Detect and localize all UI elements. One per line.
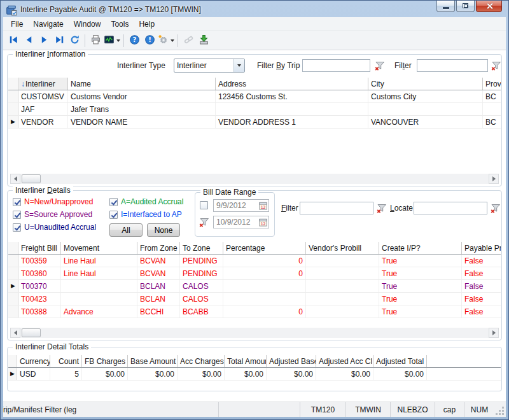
minimize-button[interactable] [436, 1, 455, 12]
all-button[interactable]: All [109, 223, 143, 237]
combo-dropdown-icon[interactable] [234, 59, 244, 72]
locate-funnel-icon[interactable] [490, 203, 502, 214]
previous-record-icon [24, 34, 34, 47]
filter-by-trip-funnel-icon[interactable] [374, 60, 386, 71]
first-record-button[interactable] [6, 33, 21, 48]
column-header-vendor-s-probill[interactable]: Vendor's Probill [306, 242, 379, 254]
column-header-movement[interactable]: Movement [61, 242, 137, 254]
filter-by-trip-input[interactable] [302, 59, 370, 72]
close-button[interactable] [476, 1, 502, 12]
details-filter-funnel-icon[interactable] [376, 203, 388, 214]
dropdown-caret-icon[interactable] [171, 39, 174, 42]
bill-date-funnel-icon[interactable] [199, 217, 211, 228]
column-header-from-zone[interactable]: From Zone [137, 242, 180, 254]
previous-record-button[interactable] [21, 33, 36, 48]
column-header-fb-charges[interactable]: FB Charges [82, 355, 128, 367]
column-header-adjusted-acc-cl[interactable]: Adjusted Acc Cl [316, 355, 373, 367]
bill-date-from-field[interactable]: 9/9/2012 12 [213, 199, 269, 212]
column-header-count[interactable]: Count [50, 355, 82, 367]
bill-date-range-checkbox[interactable] [200, 201, 208, 209]
table-row[interactable]: ▶T00370BCLANCALOSTrueFalse [8, 280, 501, 293]
menu-tools[interactable]: Tools [106, 18, 134, 30]
checkbox-icon[interactable] [13, 198, 21, 206]
legend-checkbox-n[interactable]: N=New/Unapproved [13, 197, 93, 206]
sort-descending-icon: ↓ [21, 80, 25, 88]
bill-date-to-field[interactable]: 10/9/2012 12 [213, 216, 269, 228]
column-header-payable-pro[interactable]: Payable Pro [462, 242, 501, 254]
restore-button[interactable] [456, 1, 475, 12]
monitor-button[interactable] [103, 33, 121, 48]
cell: BC [483, 116, 501, 128]
table-row[interactable]: CUSTOMSVCustoms Vendor123456 Customs St.… [8, 90, 501, 103]
last-record-button[interactable] [52, 33, 67, 48]
column-header-currency[interactable]: Currency [17, 355, 50, 367]
resize-grip[interactable] [494, 402, 506, 417]
about-button[interactable]: ! [142, 33, 157, 48]
settings-button[interactable] [157, 33, 175, 48]
help-button[interactable]: ? [127, 33, 142, 48]
checkbox-icon[interactable] [13, 211, 21, 219]
refresh-button[interactable] [67, 33, 82, 48]
dropdown-caret-icon[interactable] [116, 39, 120, 42]
none-button[interactable]: None [147, 223, 180, 237]
next-record-button[interactable] [36, 33, 52, 48]
checkbox-icon[interactable] [109, 211, 118, 219]
info-filter-label: Filter [394, 61, 412, 70]
calendar-icon[interactable]: 12 [257, 200, 268, 211]
table-row[interactable]: ▶USD5$0.00$0.00$0.00$0.00$0.00$0.00$0.00 [8, 368, 501, 381]
legend-checkbox-u[interactable]: U=Unaudited Accrual [13, 223, 96, 232]
column-header-adjusted-total[interactable]: Adjusted Total [373, 355, 427, 367]
column-header-freight-bill[interactable]: Freight Bill [18, 242, 61, 254]
column-header-address[interactable]: Address [216, 78, 368, 90]
info-filter-funnel-icon[interactable] [491, 60, 503, 71]
scroll-right-icon[interactable] [489, 328, 499, 338]
calendar-icon[interactable]: 12 [257, 216, 268, 228]
scroll-right-icon[interactable] [489, 174, 499, 184]
legend-checkbox-a[interactable]: A=Audited Accrual [109, 197, 183, 206]
details-grid-hscrollbar[interactable] [10, 328, 499, 338]
column-header-city[interactable]: City [368, 78, 483, 90]
info-grid-hscrollbar[interactable] [10, 174, 499, 184]
menu-help[interactable]: Help [134, 18, 160, 30]
column-header-to-zone[interactable]: To Zone [180, 242, 223, 254]
grid-header: CurrencyCountFB ChargesBase AmountAcc Ch… [8, 355, 501, 368]
scroll-left-icon[interactable] [10, 328, 20, 338]
cell: $0.00 [178, 368, 225, 380]
interliner-type-select[interactable]: Interliner [174, 59, 245, 73]
import-button[interactable] [196, 33, 211, 48]
table-row[interactable]: ▶VENDORVENDOR NAMEVENDOR ADDRESS 1VANCOU… [8, 116, 501, 129]
column-header-create-i-p-[interactable]: Create I/P? [379, 242, 462, 254]
table-row[interactable]: T00388AdvanceBCCHIBCABB0TrueFalse [8, 305, 501, 318]
column-header-base-amount[interactable]: Base Amount [128, 355, 178, 367]
cell: JAF [18, 103, 68, 115]
column-header-prov[interactable]: Prov [483, 78, 501, 90]
info-filter-input[interactable] [417, 59, 488, 72]
table-row[interactable]: T00359Line HaulBCVANPENDING0TrueFalse [8, 255, 501, 267]
scroll-thumb[interactable] [22, 174, 41, 183]
window-icon[interactable] [6, 4, 17, 15]
column-header-acc-charges[interactable]: Acc Charges [178, 355, 225, 367]
legend-checkbox-s[interactable]: S=Source Approved [13, 210, 92, 219]
details-filter-input[interactable] [300, 202, 373, 214]
menu-file[interactable]: File [6, 18, 28, 30]
column-header-percentage[interactable]: Percentage [223, 242, 306, 254]
table-row[interactable]: T00360Line HaulBCVANPENDING0TrueFalse [8, 267, 501, 280]
column-header-total-amoun[interactable]: Total Amoun [225, 355, 267, 367]
table-row[interactable]: JAFJafer Trans [8, 103, 501, 116]
column-header-name[interactable]: Name [68, 78, 216, 90]
legend-checkbox-i[interactable]: I=Interfaced to AP [109, 210, 182, 219]
menu-navigate[interactable]: Navigate [28, 18, 68, 30]
status-panel-cap: cap [435, 402, 464, 417]
column-header-interliner[interactable]: ↓Interliner [18, 78, 68, 90]
print-button[interactable] [88, 33, 103, 48]
legend-label: S=Source Approved [24, 210, 92, 219]
table-row[interactable]: T00423BCLANCALOSTrueFalse [8, 293, 501, 305]
checkbox-icon[interactable] [109, 198, 118, 206]
scroll-left-icon[interactable] [10, 174, 20, 184]
menu-window[interactable]: Window [69, 18, 106, 30]
checkbox-icon[interactable] [13, 223, 21, 232]
scroll-thumb[interactable] [22, 328, 41, 337]
column-header-adjusted-base[interactable]: Adjusted Base [267, 355, 316, 367]
row-marker-cell [8, 90, 18, 102]
locate-input[interactable] [414, 202, 487, 214]
